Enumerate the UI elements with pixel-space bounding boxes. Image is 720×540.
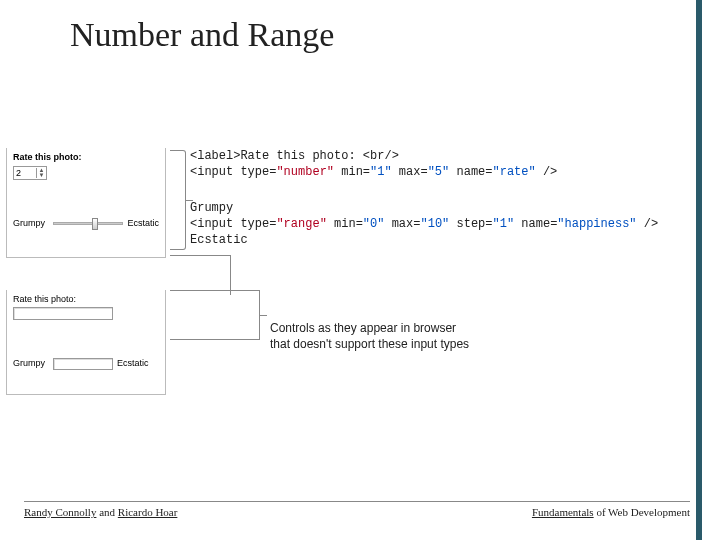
range-slider[interactable] bbox=[53, 222, 123, 225]
footer-book-title: Fundamentals of Web Development bbox=[532, 506, 690, 518]
number-input[interactable]: 2 ▲▼ bbox=[13, 166, 47, 180]
footer-authors: Randy Connolly and Ricardo Hoar bbox=[24, 506, 177, 518]
demo-supported: Rate this photo: 2 ▲▼ Grumpy Ecstatic bbox=[6, 148, 166, 258]
brace-connector-mid bbox=[230, 255, 231, 295]
rate-label-2: Rate this photo: bbox=[13, 294, 159, 304]
footer: Randy Connolly and Ricardo Hoar Fundamen… bbox=[24, 501, 690, 518]
brace-connector-bottom bbox=[170, 290, 260, 340]
fallback-text-input-1[interactable] bbox=[13, 307, 113, 320]
slider-thumb[interactable] bbox=[92, 218, 98, 230]
code-number-input: <label>Rate this photo: <br/> <input typ… bbox=[190, 148, 557, 180]
caption-unsupported: Controls as they appear in browser that … bbox=[270, 320, 469, 352]
slider-label-right: Ecstatic bbox=[127, 218, 159, 228]
rate-label-1: Rate this photo: bbox=[13, 152, 159, 162]
code-range-input: Grumpy <input type="range" min="0" max="… bbox=[190, 200, 658, 249]
accent-bar bbox=[696, 0, 702, 540]
number-value: 2 bbox=[14, 168, 36, 178]
label-grumpy-2: Grumpy bbox=[13, 358, 53, 370]
demo-unsupported: Rate this photo: Grumpy Ecstatic bbox=[6, 290, 166, 395]
slider-label-left: Grumpy bbox=[13, 218, 49, 228]
label-ecstatic-2: Ecstatic bbox=[117, 358, 149, 370]
slide-title: Number and Range bbox=[70, 16, 334, 54]
brace-connector-top bbox=[170, 150, 186, 250]
spinner-icon[interactable]: ▲▼ bbox=[36, 168, 46, 178]
fallback-text-input-2[interactable] bbox=[53, 358, 113, 370]
